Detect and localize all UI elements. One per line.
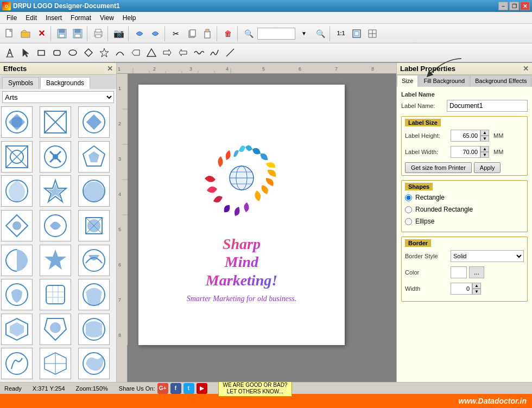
right-panel-close[interactable]: ✕ [523,65,529,73]
effect-item-18[interactable] [78,279,110,310]
line-tool[interactable] [223,45,238,60]
tab-symbols[interactable]: Symbols [2,77,39,89]
effect-item-21[interactable] [78,314,110,345]
effect-item-19[interactable] [1,314,33,345]
menu-insert[interactable]: Insert [41,13,66,23]
ellipse-tool[interactable] [65,45,80,60]
open-button[interactable] [18,26,33,41]
print-button[interactable] [91,26,106,41]
text-tool[interactable] [2,45,17,60]
effect-item-20[interactable] [40,314,71,345]
category-select[interactable]: Arts Abstract Nature Business [2,91,114,103]
triangle-tool[interactable] [144,45,159,60]
effect-item-14[interactable] [40,245,71,276]
effect-item-4[interactable] [1,141,33,173]
border-width-down[interactable]: ▼ [472,289,481,295]
menu-help[interactable]: Help [118,13,141,23]
height-up-btn[interactable]: ▲ [480,130,489,136]
twitter-icon[interactable]: t [183,383,194,394]
effect-item-8[interactable] [40,175,71,207]
star-tool[interactable] [97,45,112,60]
effect-item-24[interactable] [78,348,110,379]
undo-arrow[interactable] [132,26,147,41]
effect-item-11[interactable] [40,210,71,241]
effect-item-16[interactable] [1,279,33,310]
effects-close[interactable]: ✕ [107,65,113,73]
width-up-btn[interactable]: ▲ [480,146,489,152]
save-button[interactable] [54,26,69,41]
effect-item-15[interactable] [78,245,110,276]
redo-arrow[interactable] [148,26,163,41]
arrow-left-tool[interactable] [175,45,191,60]
new-button[interactable] [2,26,17,41]
grid-button[interactable] [365,26,380,41]
feedback-button[interactable]: WE ARE GOOD OR BAD? LET OTHERS KNOW... [218,380,293,397]
copy-button[interactable] [184,26,199,41]
zoom-dropdown[interactable]: ▼ [296,26,312,41]
zoom-in-button[interactable]: 🔍 [241,26,256,41]
cut-button[interactable]: ✂ [168,26,183,41]
tab-bg-effects[interactable]: Background Effects [470,75,531,87]
menu-format[interactable]: Format [66,13,96,23]
effect-item-6[interactable] [78,141,110,173]
effect-item-22[interactable] [1,348,33,379]
zoom-out-button[interactable]: 🔍 [313,26,328,41]
cursor-tool[interactable] [18,45,33,60]
close-button[interactable]: ✕ [520,2,530,10]
diamond-tool[interactable] [81,45,96,60]
wave-tool[interactable] [191,45,206,60]
arrow-right-tool[interactable] [160,45,175,60]
facebook-icon[interactable]: f [170,383,181,394]
shape-rectangle-radio[interactable] [405,194,412,201]
minimize-button[interactable]: – [498,2,508,10]
fit-page-button[interactable] [349,26,364,41]
effect-item-9[interactable] [78,175,110,207]
menu-file[interactable]: File [2,13,21,23]
menu-view[interactable]: View [96,13,118,23]
shape-rounded-radio[interactable] [405,206,412,213]
effect-item-1[interactable] [1,106,33,138]
effect-item-7[interactable] [1,175,33,207]
effect-item-23[interactable] [40,348,71,379]
delete-red-button[interactable]: 🗑 [220,26,236,41]
border-width-input[interactable] [451,283,472,295]
rect-tool[interactable] [34,45,49,60]
zoom-input[interactable]: 150% [257,28,295,40]
flow-tool[interactable] [128,45,143,60]
border-color-box[interactable] [451,266,467,278]
google-icon[interactable]: G+ [157,383,168,394]
effect-item-10[interactable] [1,210,33,241]
curve-tool[interactable] [112,45,128,60]
apply-btn[interactable]: Apply [474,162,501,173]
rounded-rect-tool[interactable] [49,45,65,60]
shape-ellipse-radio[interactable] [405,218,412,225]
tab-fill-bg[interactable]: Fill Background [419,75,470,87]
effect-item-2[interactable] [40,106,71,138]
save-as-button[interactable] [70,26,85,41]
label-width-input[interactable] [451,146,480,158]
effect-item-3[interactable] [78,106,110,138]
menu-edit[interactable]: Edit [21,13,41,23]
actual-size-button[interactable]: 1:1 [333,26,349,41]
delete-button[interactable]: ✕ [34,26,49,41]
paste-button[interactable] [200,26,215,41]
design-canvas[interactable]: Sharp Mind Marketing! Smarter Marketing … [138,85,345,345]
effect-item-12[interactable] [78,210,110,241]
get-size-btn[interactable]: Get size from Printer [405,162,472,173]
effect-item-5[interactable] [40,141,71,173]
border-style-select[interactable]: Solid Dashed Dotted Double [451,250,524,262]
freehand-tool[interactable] [207,45,222,60]
label-name-input[interactable] [447,100,528,112]
label-height-input[interactable] [451,130,480,142]
youtube-icon[interactable]: ▶ [197,383,207,394]
tab-backgrounds[interactable]: Backgrounds [40,77,90,89]
effect-item-17[interactable] [40,279,71,310]
restore-button[interactable]: ❐ [509,2,519,10]
border-width-up[interactable]: ▲ [472,283,481,289]
width-down-btn[interactable]: ▼ [480,152,489,158]
camera-button[interactable]: 📷 [111,26,126,41]
height-down-btn[interactable]: ▼ [480,136,489,142]
tab-size[interactable]: Size [397,75,418,87]
border-color-btn[interactable]: ... [469,266,484,278]
effect-item-13[interactable] [1,245,33,276]
